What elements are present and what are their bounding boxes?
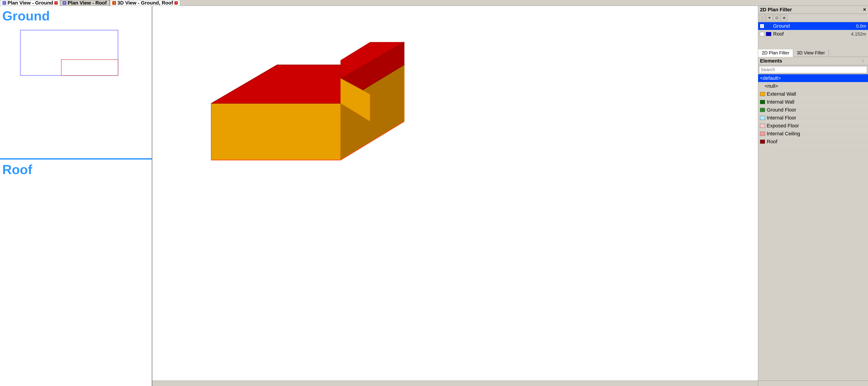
roof-swatch: [760, 140, 765, 144]
element-label-internal-floor: Internal Floor: [767, 115, 796, 121]
roof-label: Roof: [2, 162, 150, 177]
search-container: [758, 65, 868, 74]
tab-plan-roof[interactable]: P Plan View - Roof: [60, 0, 109, 6]
3d-view-icon: 3: [112, 1, 116, 5]
filter-panel-title: 2D Plan Filter ✕: [758, 6, 868, 14]
floor-color-roof: [766, 32, 771, 36]
element-item-external-wall[interactable]: External Wall: [758, 90, 868, 98]
internal-floor-swatch: [760, 116, 765, 120]
tab-3d-view-label: 3D View - Ground, Roof: [117, 0, 173, 6]
floor-checkbox-ground[interactable]: [760, 24, 764, 28]
floor-checkbox-roof[interactable]: [760, 32, 764, 36]
filter-panel-close[interactable]: ✕: [863, 7, 866, 12]
exposed-floor-swatch: [760, 124, 765, 128]
tab-bar: P Plan View - Ground ✕ P Plan View - Roo…: [0, 0, 868, 6]
sidebar-status-bar: [758, 381, 868, 386]
element-label-internal-wall: Internal Wall: [767, 99, 794, 105]
plan-ground-icon: P: [2, 1, 6, 5]
element-item-roof[interactable]: Roof: [758, 138, 868, 146]
floor-name-ground: Ground: [773, 23, 855, 29]
element-item-internal-floor[interactable]: Internal Floor: [758, 114, 868, 122]
elements-header: Elements ⋮: [758, 57, 868, 65]
floor-item-roof[interactable]: Roof 4.152m: [758, 30, 868, 38]
element-label-exposed-floor: Exposed Floor: [767, 123, 799, 129]
3d-canvas[interactable]: [152, 6, 758, 381]
external-wall-swatch: [760, 92, 765, 96]
floor-height-roof: 4.152m: [851, 32, 866, 37]
element-label-internal-ceiling: Internal Ceiling: [767, 131, 800, 137]
floor-item-ground[interactable]: Ground 0.0m: [758, 22, 868, 30]
ground-label: Ground: [2, 8, 150, 23]
element-item-null[interactable]: <null>: [758, 82, 868, 90]
floor-name-roof: Roof: [773, 31, 849, 37]
element-label-external-wall: External Wall: [767, 91, 796, 97]
floor-color-ground: [766, 24, 771, 28]
toolbar-checkall-btn[interactable]: ☑: [774, 15, 780, 21]
tab-3d-view-filter[interactable]: 3D View Filter: [793, 49, 829, 57]
element-label-roof: Roof: [767, 139, 777, 145]
element-item-internal-ceiling[interactable]: Internal Ceiling: [758, 130, 868, 138]
elements-list: <default> <null> External Wall Internal …: [758, 74, 868, 381]
toolbar-settings-btn[interactable]: ⚙: [781, 15, 787, 21]
toolbar-cursor-btn[interactable]: ⬚: [759, 15, 766, 21]
element-label-default: <default>: [760, 75, 781, 81]
tab-plan-roof-label: Plan View - Roof: [68, 0, 107, 6]
elements-search-input[interactable]: [759, 66, 867, 73]
plan-ground-section: Ground: [0, 6, 152, 158]
plan-ground-drawing: [16, 28, 129, 91]
floor-height-ground: 0.0m: [856, 24, 866, 29]
plan-roof-icon: P: [63, 1, 66, 5]
floor-list: Ground 0.0m Roof 4.152m: [758, 22, 868, 49]
tab-plan-ground[interactable]: P Plan View - Ground ✕: [0, 0, 60, 6]
toolbar-eye-btn[interactable]: 👁: [766, 15, 773, 21]
element-label-null: <null>: [765, 83, 778, 89]
element-item-ground-floor[interactable]: Ground Floor: [758, 106, 868, 114]
internal-ceiling-swatch: [760, 132, 765, 136]
plan-panel: Ground Roof: [0, 6, 152, 386]
view3d-panel: [152, 6, 758, 386]
plan-roof-section: Roof: [0, 159, 152, 386]
ground-floor-swatch: [760, 108, 765, 112]
element-item-internal-wall[interactable]: Internal Wall: [758, 98, 868, 106]
element-item-exposed-floor[interactable]: Exposed Floor: [758, 122, 868, 130]
3d-status-bar: [152, 381, 758, 386]
svg-rect-1: [61, 60, 118, 75]
filter-panel-title-text: 2D Plan Filter: [760, 7, 792, 13]
element-label-ground-floor: Ground Floor: [767, 107, 796, 113]
svg-marker-4: [211, 103, 341, 160]
elements-title: Elements: [760, 58, 782, 64]
tab-3d-view[interactable]: 3 3D View - Ground, Roof ✕: [110, 0, 180, 6]
element-item-default[interactable]: <default>: [758, 74, 868, 82]
elements-options-btn[interactable]: ⋮: [860, 58, 866, 64]
right-sidebar: 2D Plan Filter ✕ ⬚ 👁 ☑ ⚙ Ground 0.0m Roo…: [758, 6, 868, 386]
tab-plan-ground-close[interactable]: ✕: [55, 1, 58, 4]
tab-plan-ground-label: Plan View - Ground: [7, 0, 53, 6]
tab-3d-view-close[interactable]: ✕: [175, 1, 178, 4]
internal-wall-swatch: [760, 100, 765, 104]
main-content: Ground Roof: [0, 6, 868, 386]
filter-tabs: 2D Plan Filter 3D View Filter: [758, 49, 868, 57]
tab-2d-plan-filter[interactable]: 2D Plan Filter: [758, 49, 793, 57]
3d-building-svg: [166, 24, 461, 183]
filter-toolbar: ⬚ 👁 ☑ ⚙: [758, 14, 868, 22]
